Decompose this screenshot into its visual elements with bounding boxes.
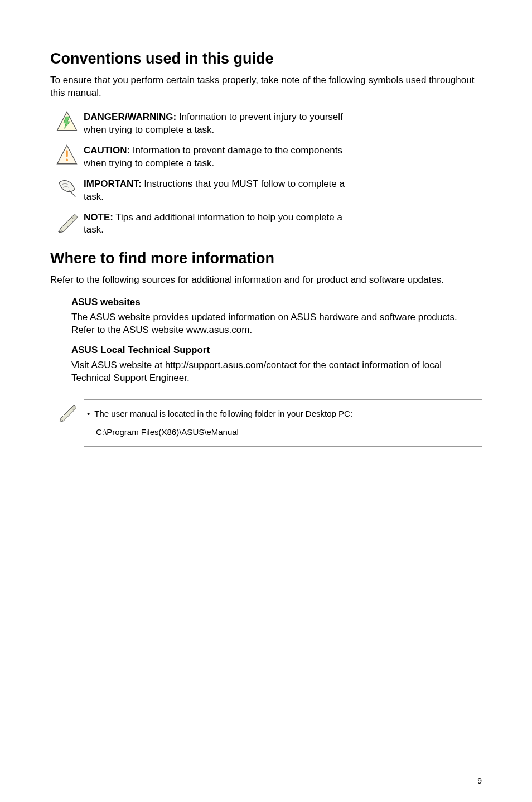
asus-websites-link[interactable]: www.asus.com bbox=[186, 325, 249, 335]
row-caution: CAUTION: Information to prevent damage t… bbox=[50, 143, 482, 170]
note-text: NOTE: Tips and additional information to… bbox=[84, 210, 362, 237]
danger-label: DANGER/WARNING: bbox=[84, 112, 176, 122]
row-note: NOTE: Tips and additional information to… bbox=[50, 210, 482, 237]
note-box-icon bbox=[50, 399, 84, 423]
important-label: IMPORTANT: bbox=[84, 178, 142, 189]
row-danger: DANGER/WARNING: Information to prevent i… bbox=[50, 110, 482, 137]
note-box: • The user manual is located in the foll… bbox=[50, 399, 482, 447]
danger-icon bbox=[50, 110, 84, 133]
note-bullet-text: The user manual is located in the follow… bbox=[94, 409, 352, 418]
note-desc: Tips and additional information to help … bbox=[84, 212, 342, 235]
asus-websites-after: . bbox=[249, 325, 252, 335]
svg-rect-3 bbox=[66, 150, 68, 157]
row-important: IMPORTANT: Instructions that you MUST fo… bbox=[50, 177, 482, 204]
asus-websites-heading: ASUS websites bbox=[71, 297, 482, 308]
asus-support-text: Visit ASUS website at http://support.asu… bbox=[71, 359, 482, 385]
svg-point-4 bbox=[66, 158, 68, 161]
heading-where: Where to find more information bbox=[50, 250, 482, 267]
danger-text: DANGER/WARNING: Information to prevent i… bbox=[84, 110, 362, 137]
note-icon bbox=[50, 210, 84, 234]
intro-conventions: To ensure that you perform certain tasks… bbox=[50, 74, 482, 100]
caution-icon bbox=[50, 143, 84, 167]
intro-where: Refer to the following sources for addit… bbox=[50, 274, 482, 287]
asus-websites-before: The ASUS website provides updated inform… bbox=[71, 312, 457, 335]
note-path: C:\Program Files(X86)\ASUS\eManual bbox=[96, 426, 482, 439]
heading-conventions: Conventions used in this guide bbox=[50, 50, 482, 67]
asus-support-heading: ASUS Local Technical Support bbox=[71, 345, 482, 356]
note-label: NOTE: bbox=[84, 212, 113, 223]
asus-support-link[interactable]: http://support.asus.com/contact bbox=[165, 360, 297, 370]
note-bullet: • The user manual is located in the foll… bbox=[87, 408, 482, 421]
page-number: 9 bbox=[477, 776, 482, 785]
asus-support-before: Visit ASUS website at bbox=[71, 360, 165, 370]
important-text: IMPORTANT: Instructions that you MUST fo… bbox=[84, 177, 362, 204]
caution-label: CAUTION: bbox=[84, 145, 130, 156]
note-box-content: • The user manual is located in the foll… bbox=[84, 399, 482, 447]
asus-websites-text: The ASUS website provides updated inform… bbox=[71, 311, 482, 337]
caution-text: CAUTION: Information to prevent damage t… bbox=[84, 143, 362, 170]
important-icon bbox=[50, 177, 84, 200]
